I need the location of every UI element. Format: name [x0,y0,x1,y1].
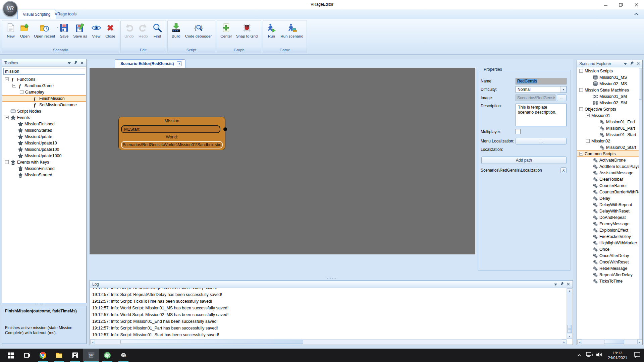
save-button[interactable]: Save [57,22,71,46]
tree-item-mission-scripts[interactable]: −Mission Scripts [577,68,639,74]
expander-minus-icon[interactable]: − [579,152,583,156]
tab-close-button[interactable]: x [177,61,182,66]
ribbon-collapse-button[interactable] [633,11,639,16]
tree-item-tickstotime[interactable]: TicksToTime [577,278,639,284]
tree-item-missionstarted[interactable]: MissionStarted [2,127,86,133]
panel-menu-button[interactable] [623,61,628,66]
redo-button[interactable]: Redo [136,22,150,46]
taskbar-gimp-button[interactable] [115,349,131,362]
tree-item-events-with-keys[interactable]: −Events with Keys [2,159,86,165]
tree-item-rebelmessage[interactable]: RebelMessage [577,265,639,272]
tree-item-repeatafterdelay[interactable]: RepeatAfterDelay [577,272,639,278]
tree-item-additemtolocalplayer[interactable]: AddItemToLocalPlayer [577,163,639,170]
taskbar-people-app-button[interactable] [67,349,83,362]
remove-path-button[interactable]: X [560,167,567,173]
build-button[interactable]: Build [169,22,183,46]
difficulty-select[interactable]: Normal ▾ [516,86,567,93]
tree-item-mission01-start[interactable]: Mission01_Start [577,131,639,138]
tree-item-missionupdate[interactable]: MissionUpdate [2,133,86,140]
image-browse-button[interactable]: ... [557,95,567,101]
multiplayer-checkbox[interactable] [516,129,521,134]
log-horizontal-scrollbar[interactable]: ◄ ► [90,339,567,344]
center-button[interactable]: Center [218,22,234,46]
tree-item-onceafterdelay[interactable]: OnceAfterDelay [577,252,639,259]
tree-item-missionupdate100[interactable]: MissionUpdate100 [2,146,86,153]
open-button[interactable]: Open [18,22,32,46]
scroll-down-button[interactable]: ▼ [567,334,572,339]
network-button[interactable] [584,349,594,362]
run-scenario-button[interactable]: Run scenario [278,22,305,46]
graph-canvas[interactable]: Mission M1Start World: Scenarios\RedGens… [90,68,475,254]
explorer-horizontal-scrollbar[interactable]: ◄ ► [577,339,642,344]
pin-button[interactable] [559,282,565,287]
scroll-left-button[interactable]: ◄ [90,340,95,344]
expander-minus-icon[interactable]: − [5,116,9,119]
chevron-down-icon[interactable]: ▾ [560,86,566,93]
tree-item-once[interactable]: Once [577,246,639,252]
scroll-right-button[interactable]: ► [562,340,567,344]
code-debugger-button[interactable]: {}Code debugger [183,22,214,46]
explorer-vertical-scrollbar[interactable] [639,68,642,339]
scrollbar-thumb[interactable] [567,325,572,333]
panel-close-button[interactable] [566,282,571,287]
scrollbar-thumb[interactable] [604,340,624,344]
tree-item-counterbarrierwithres[interactable]: CounterBarrierWithRes... [577,189,639,195]
tree-item-highlightwithmarker[interactable]: HighlightWithMarker [577,240,639,246]
tab-vrage-tools[interactable]: VRage tools [50,10,82,19]
tree-item-cleartoolbar[interactable]: ClearToolbar [577,176,639,182]
toolbox-search-input[interactable] [3,68,85,75]
expander-minus-icon[interactable]: − [579,88,583,92]
close-button[interactable] [629,0,644,9]
new-button[interactable]: New [4,22,18,46]
tree-item-activatedrone[interactable]: ActivateDrone [577,157,639,163]
minimize-button[interactable] [598,0,613,9]
tree-item-mission02-start[interactable]: Mission02_Start [577,144,639,150]
node-world-field[interactable]: Scenarios\RedGensis\Worlds\Mission01\San… [121,141,223,148]
tree-item-explosioneffect[interactable]: ExplosionEffect [577,227,639,233]
tree-item-oncewithreset[interactable]: OnceWithReset [577,259,639,265]
undo-button[interactable]: Undo [122,22,136,46]
scroll-right-button[interactable]: ► [637,340,642,344]
tree-item-functions[interactable]: −fFunctions [2,76,86,82]
expander-minus-icon[interactable]: − [586,139,590,143]
tree-item-delaywithrepeat[interactable]: DelayWithRepeat [577,201,639,208]
expander-minus-icon[interactable]: − [12,84,16,87]
tree-item-common-scripts[interactable]: −Common Scripts [577,150,639,157]
taskbar-start-button[interactable] [3,349,19,362]
tree-item-mission02-sm[interactable]: Mission02_SM [577,100,639,106]
menu-localization-button[interactable]: ... [516,138,567,144]
save-as-button[interactable]: Save as [71,22,89,46]
tree-item-missionupdate1000[interactable]: MissionUpdate1000 [2,153,86,159]
splitter-grip[interactable] [327,278,336,279]
tree-item-mission-state-machines[interactable]: −Mission State Machines [577,87,639,93]
description-textarea[interactable]: This is template scenario description. [516,104,567,126]
scrollbar-thumb[interactable] [639,68,642,100]
scrollbar-thumb[interactable] [120,340,303,344]
view-button[interactable]: View [89,22,103,46]
pin-button[interactable] [73,60,78,66]
taskbar-chrome-button[interactable] [35,349,51,362]
tree-item-finishmission[interactable]: fFinishMission [2,95,86,102]
panel-menu-button[interactable] [66,60,72,66]
tree-item-gameplay[interactable]: −Gameplay [2,89,86,95]
tree-item-missionfinished[interactable]: MissionFinished [2,165,86,172]
panel-menu-button[interactable] [553,282,558,287]
scroll-left-button[interactable]: ◄ [577,340,582,344]
tree-item-firerocketvolley[interactable]: FireRocketVolley [577,233,639,240]
tree-item-counterbarrier[interactable]: CounterBarrier [577,182,639,189]
tree-item-sandbox-game[interactable]: −fSandbox.Game [2,82,86,89]
image-input[interactable]: Scenarios\RedGensis\ [516,95,555,101]
tree-item-mission02[interactable]: −Mission02 [577,138,639,144]
tree-item-mission01-ms[interactable]: Mission01_MS [577,74,639,80]
tree-item-delay[interactable]: Delay [577,195,639,201]
scroll-up-button[interactable]: ▲ [567,288,572,293]
tree-item-mission01-sm[interactable]: Mission01_SM [577,93,639,100]
tree-item-mission01[interactable]: −Mission01 [577,112,639,119]
panel-close-button[interactable] [635,61,641,66]
tree-item-script-nodes[interactable]: Script Nodes [2,108,86,114]
tree-item-events[interactable]: −Events [2,114,86,121]
tree-item-mission01-end[interactable]: Mission01_End [577,119,639,125]
tree-item-assistantmessage[interactable]: AssistantMessage [577,170,639,176]
expander-minus-icon[interactable]: − [5,77,9,81]
tree-item-objective-scripts[interactable]: −Objective Scripts [577,106,639,112]
